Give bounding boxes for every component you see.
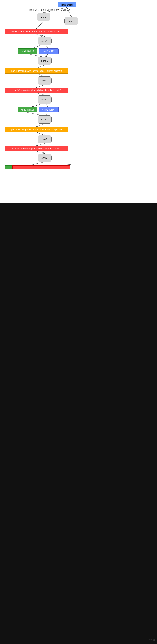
svg-line-2 xyxy=(36,21,43,29)
svg-line-10 xyxy=(36,85,45,88)
svg-line-7 xyxy=(46,54,48,57)
svg-line-17 xyxy=(36,132,45,135)
black-area: 亿仕源 xyxy=(0,202,157,644)
svg-line-4 xyxy=(32,45,41,48)
conv2-bar: conv2 (Convolution) kernel size: 5 strid… xyxy=(4,88,68,93)
svg-line-8 xyxy=(36,65,45,68)
conv2-hex-node: conv2 xyxy=(37,96,52,104)
bottom-green-bar xyxy=(4,165,12,170)
conv3-bar: conv3 (Convolution) kernel size: 3 strid… xyxy=(4,146,68,151)
conv3-hex-node: conv3 xyxy=(37,154,52,162)
svg-line-9 xyxy=(36,74,45,76)
svg-line-20 xyxy=(29,162,45,165)
svg-line-12 xyxy=(32,104,41,107)
norm1-bar: norm1 (LRN) xyxy=(39,48,59,54)
svg-line-13 xyxy=(46,104,48,107)
pool1-bar: pool1 (Pooling MAX) kernel size: 3 strid… xyxy=(4,68,68,74)
pool2-hex-node: pool2 xyxy=(37,135,52,144)
relu1-bar: relu1 (ReLU) xyxy=(18,48,37,54)
pool2-bar: pool2 (Pooling MAX) kernel size: 3 strid… xyxy=(4,127,68,132)
norm2-bar: norm2 (LRN) xyxy=(39,107,59,112)
label-hex-node: label xyxy=(64,17,78,25)
conv2-channels: 256 xyxy=(40,94,44,96)
bottom-red-bar xyxy=(12,165,70,170)
svg-line-18 xyxy=(36,144,45,146)
conv1-channels: 96 xyxy=(41,35,43,37)
batch-label-3: Batch 50 xyxy=(50,9,58,11)
svg-line-14 xyxy=(27,112,41,115)
diagram-area: data (Data) Batch 256 Batch 50 Batch 50 … xyxy=(0,0,157,202)
conv1-hex-node: conv1 xyxy=(37,37,52,45)
pool1-hex-node: pool1 xyxy=(37,76,52,85)
norm2-hex-node: norm2 xyxy=(37,115,52,124)
batch-label-4: Batch 256 xyxy=(61,9,70,11)
conv1-bar: conv1 (Convolution) kernel size: 11 stri… xyxy=(4,29,68,34)
svg-line-6 xyxy=(27,54,41,57)
svg-line-15 xyxy=(46,112,48,115)
data-hex-node: data xyxy=(37,13,50,21)
svg-line-16 xyxy=(36,124,45,127)
batch-label-2: Batch 50 xyxy=(41,9,49,11)
batch-label-1: Batch 256 xyxy=(29,9,39,11)
norm1-hex-node: norm1 xyxy=(37,57,52,65)
conv3-channels: 384 xyxy=(40,152,44,154)
data-input-node: data (Data) xyxy=(58,2,76,8)
relu2-bar: relu2 (ReLU) xyxy=(18,107,37,112)
svg-line-5 xyxy=(46,45,48,48)
watermark: 亿仕源 xyxy=(149,639,155,642)
